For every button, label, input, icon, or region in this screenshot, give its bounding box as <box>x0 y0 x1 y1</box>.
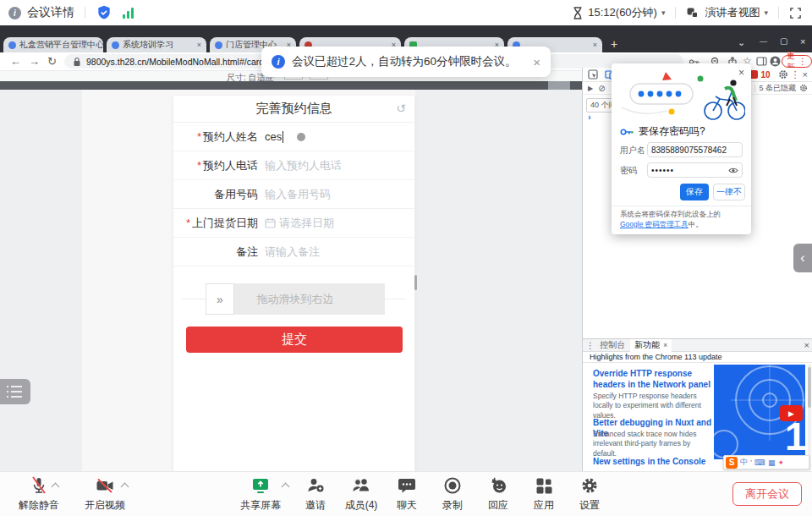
side-panel-icon[interactable] <box>756 57 767 66</box>
form-row-phone[interactable]: *预约人电话 输入预约人电话 <box>173 151 414 180</box>
ime-toolbox-icon[interactable]: ▦ <box>768 458 776 467</box>
toast-message: 会议已超过2人，自动转为60分钟限时会议。 <box>292 54 517 69</box>
chat-button[interactable]: 聊天 <box>381 475 432 513</box>
form-row-remark[interactable]: 备注 请输入备注 <box>173 238 414 266</box>
tab-favicon <box>215 41 222 49</box>
name-input-value[interactable]: ces <box>265 130 282 143</box>
password-label: 密码 <box>620 165 637 177</box>
ime-lang-icon[interactable]: 中 <box>740 457 748 468</box>
ime-keyboard-icon[interactable]: ⌨ <box>754 458 765 467</box>
invite-label: 邀请 <box>305 498 326 513</box>
console-clear-icon[interactable]: ⊘ <box>598 84 605 93</box>
meeting-toast: i 会议已超过2人，自动转为60分钟限时会议。 × <box>261 47 551 77</box>
remark-input-placeholder[interactable]: 请输入备注 <box>258 244 320 260</box>
tab-console[interactable]: 控制台 <box>600 339 625 351</box>
back-icon[interactable]: ← <box>10 55 21 68</box>
network-signal-icon[interactable] <box>123 7 135 19</box>
tab-search-icon[interactable]: ⌄ <box>738 37 745 48</box>
show-password-eye-icon[interactable] <box>728 167 738 174</box>
phone-input-placeholder[interactable]: 输入预约人电话 <box>258 158 342 173</box>
sogou-logo-icon[interactable]: S <box>726 457 738 469</box>
view-mode-label[interactable]: 演讲者视图 <box>705 5 760 20</box>
tab-close-icon[interactable]: × <box>663 341 667 349</box>
share-screen-button[interactable]: 共享屏幕 <box>235 475 286 513</box>
filter-settings-icon[interactable] <box>799 84 808 92</box>
ime-punct-icon[interactable]: ’ <box>750 458 752 467</box>
hidden-count[interactable]: 5 条已隐藏 <box>759 83 796 94</box>
backup-input-placeholder[interactable]: 输入备用号码 <box>258 187 331 202</box>
required-star: * <box>197 159 201 172</box>
ime-toolbar[interactable]: S 中 ’ ⌨ ▦ ✦ <box>723 455 809 469</box>
forward-icon[interactable]: → <box>29 55 40 68</box>
ime-skin-icon[interactable]: ✦ <box>778 458 785 467</box>
reactions-button[interactable]: 回应 <box>473 475 524 513</box>
devtools-menu-icon[interactable]: ⋮ <box>791 69 800 80</box>
chrome-update-button[interactable]: 更新 ⋮ <box>782 55 812 68</box>
settings-button[interactable]: 设置 <box>564 475 615 513</box>
minimize-icon[interactable]: — <box>760 37 767 46</box>
screen: 礼盒营销平台管理中心 × 系统培训学习 × 门店管理中心 × × × × <box>0 0 812 516</box>
date-input-placeholder[interactable]: 请选择日期 <box>279 216 334 231</box>
password-input[interactable]: •••••• <box>647 162 743 178</box>
error-count[interactable]: 10 <box>760 70 770 80</box>
timer-caret-icon[interactable]: ▾ <box>661 8 666 17</box>
form-row-backup-phone[interactable]: 备用号码 输入备用号码 <box>173 180 414 209</box>
tab-close-icon[interactable]: × <box>590 41 597 49</box>
meeting-agenda-toggle[interactable] <box>0 379 30 404</box>
save-password-button[interactable]: 保存 <box>680 184 709 200</box>
tab-whats-new[interactable]: 新功能 × <box>630 339 672 352</box>
undo-icon[interactable]: ↺ <box>396 102 406 114</box>
field-label: 备用号码 <box>214 187 258 202</box>
password-manager-link[interactable]: Google 密码管理工具 <box>620 220 689 228</box>
devtools-close-icon[interactable]: × <box>803 69 808 80</box>
meeting-info-icon[interactable]: i <box>8 7 21 19</box>
submit-button[interactable]: 提交 <box>186 327 403 353</box>
username-input[interactable]: 8385889075578462 <box>647 142 743 157</box>
drawer-tabbar: ⋮ 控制台 新功能 × × <box>583 339 812 352</box>
browser-tab[interactable]: 礼盒营销平台管理中心 × <box>3 37 103 52</box>
record-button[interactable]: 录制 <box>427 475 478 513</box>
form-row-pickup-date[interactable]: *上门提货日期 请选择日期 <box>173 209 414 238</box>
reaction-hand-icon <box>488 475 508 496</box>
toast-close-icon[interactable]: × <box>533 55 540 69</box>
browser-tab[interactable]: 系统培训学习 × <box>107 37 206 52</box>
view-caret-icon[interactable]: ▾ <box>764 8 768 17</box>
drawer-close-icon[interactable]: × <box>804 340 809 350</box>
apps-button[interactable]: 应用 <box>518 475 569 513</box>
inspect-element-icon[interactable] <box>588 69 598 80</box>
page-scrollbar[interactable] <box>414 275 417 290</box>
members-button[interactable]: 成员(4) <box>336 475 387 513</box>
article-title[interactable]: Override HTTP response headers in the Ne… <box>593 368 711 390</box>
never-save-button[interactable]: 一律不 <box>713 184 745 200</box>
form-header: 完善预约信息 ↺ <box>173 96 414 123</box>
fullscreen-icon[interactable] <box>789 7 802 19</box>
double-angle-icon: » <box>217 293 223 306</box>
unmute-button[interactable]: 解除静音 <box>14 475 64 513</box>
slider-hint: 拖动滑块到右边 <box>257 292 334 307</box>
devtools-settings-icon[interactable] <box>778 69 788 80</box>
window-close-icon[interactable]: × <box>800 36 805 47</box>
maximize-icon[interactable]: ▢ <box>780 36 787 46</box>
console-prompt-icon[interactable]: › <box>588 112 591 122</box>
settings-gear-icon <box>579 475 600 496</box>
security-shield-icon[interactable] <box>96 4 112 21</box>
hscroll-thumb[interactable] <box>548 81 570 90</box>
start-video-label: 开启视频 <box>85 498 125 513</box>
sidebar-expand-handle[interactable]: ‹ <box>793 244 812 272</box>
drawer-menu-icon[interactable]: ⋮ <box>586 341 595 350</box>
tab-close-icon[interactable]: × <box>194 41 201 49</box>
slider-handle[interactable]: » <box>206 283 234 315</box>
form-row-name[interactable]: *预约人姓名 ces <box>173 123 414 151</box>
leave-meeting-button[interactable]: 离开会议 <box>732 482 802 506</box>
profile-avatar-icon[interactable] <box>770 56 781 67</box>
new-tab-icon[interactable]: + <box>611 37 617 51</box>
reload-icon[interactable]: ↻ <box>47 55 57 68</box>
article-title[interactable]: New settings in the Console <box>593 456 711 467</box>
start-video-button[interactable]: 开启视频 <box>80 475 130 513</box>
invite-button[interactable]: 邀请 <box>290 475 341 513</box>
console-play-icon[interactable]: ▶ <box>588 85 593 92</box>
meeting-timer[interactable]: 15:12(60分钟) <box>588 5 657 20</box>
reservation-form-card: 完善预约信息 ↺ *预约人姓名 ces *预约人电话 输入预约人电话 备用号码 … <box>173 96 414 471</box>
meeting-details-label[interactable]: 会议详情 <box>27 5 74 20</box>
microphone-muted-icon <box>29 475 49 496</box>
